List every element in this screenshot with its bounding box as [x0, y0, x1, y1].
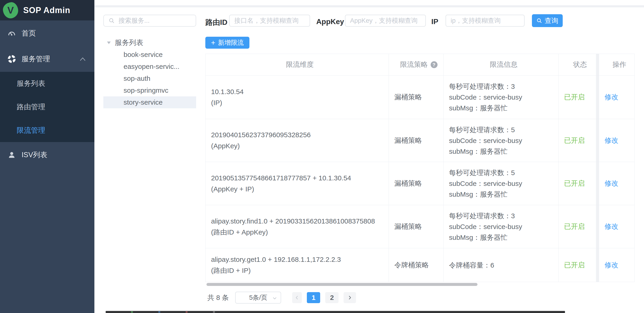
sidebar: V SOP Admin 首页 服务管理 服务列表 路 — [0, 0, 94, 313]
next-page-button[interactable] — [344, 292, 356, 303]
sidebar-item-limit-mgmt[interactable]: 限流管理 — [0, 119, 94, 142]
chevron-down-icon — [272, 296, 278, 301]
dock-strip — [106, 311, 565, 313]
appkey-label: AppKey — [316, 17, 344, 26]
chevron-right-icon — [347, 295, 352, 300]
cell-action: 修改 — [599, 248, 634, 282]
app-logo-icon: V — [2, 1, 19, 19]
add-limit-button-label: 新增限流 — [218, 38, 244, 47]
dock-dot — [131, 312, 133, 313]
edit-link[interactable]: 修改 — [604, 136, 634, 145]
cell-dimension: alipay.story.get1.0 + 192.168.1.1,172.2.… — [206, 248, 389, 282]
service-tree: book-service easyopen-servic... sop-auth… — [103, 49, 196, 108]
caret-down-icon[interactable] — [107, 41, 111, 44]
sidebar-item-home[interactable]: 首页 — [0, 20, 94, 46]
cell-dimension: 20190513577548661718777857 + 10.1.30.54 … — [206, 162, 389, 205]
sidebar-item-label: 路由管理 — [17, 102, 45, 112]
app-logo-bar: V SOP Admin — [0, 0, 94, 20]
cell-status: 已开启 — [558, 248, 596, 282]
add-limit-button[interactable]: + 新增限流 — [205, 37, 250, 49]
pagination-total: 共 8 条 — [208, 293, 229, 303]
cell-action: 修改 — [599, 205, 634, 248]
page-size-select[interactable]: 5条/页 — [235, 292, 281, 304]
dock-dot — [186, 312, 188, 313]
cell-dimension: 20190401562373796095328256 (AppKey) — [206, 119, 389, 162]
status-badge: 已开启 — [564, 222, 596, 231]
page-size-value: 5条/页 — [249, 293, 267, 302]
query-button[interactable]: 查询 — [532, 14, 563, 27]
cell-strategy: 漏桶策略 — [389, 205, 444, 248]
tree-item-sop-auth[interactable]: sop-auth — [103, 72, 196, 84]
table-row: 10.1.30.54 (IP) 漏桶策略 每秒可处理请求数：3 subCode：… — [206, 75, 634, 119]
tree-item-sop-springmvc[interactable]: sop-springmvc — [103, 84, 196, 96]
tree-item-book-service[interactable]: book-service — [103, 49, 196, 61]
plus-icon: + — [211, 39, 216, 46]
service-donut-icon — [8, 55, 16, 63]
route-id-label: 路由ID — [205, 17, 228, 27]
app-title: SOP Admin — [23, 5, 70, 15]
sidebar-item-service-list[interactable]: 服务列表 — [0, 72, 94, 95]
help-question-icon[interactable]: ? — [431, 61, 438, 68]
cell-info: 每秒可处理请求数：3 subCode：service-busy subMsg：服… — [444, 205, 558, 248]
appkey-input[interactable] — [345, 15, 426, 27]
cell-dimension: 10.1.30.54 (IP) — [206, 75, 389, 119]
sidebar-submenu-service: 服务列表 路由管理 限流管理 — [0, 72, 94, 142]
table-row: 20190401562373796095328256 (AppKey) 漏桶策略… — [206, 119, 634, 162]
sidebar-item-label: 限流管理 — [17, 125, 45, 135]
cell-strategy: 漏桶策略 — [389, 119, 444, 162]
cell-info: 令牌桶容量：6 — [444, 248, 558, 282]
dashboard-gauge-icon — [8, 29, 16, 37]
fixed-column-gap — [596, 205, 599, 248]
table-row: 20190513577548661718777857 + 10.1.30.54 … — [206, 162, 634, 205]
sidebar-item-label: 首页 — [22, 28, 36, 38]
route-id-input[interactable] — [229, 15, 310, 27]
tree-item-easyopen-service[interactable]: easyopen-servic... — [103, 61, 196, 72]
tree-root-service-list[interactable]: 服务列表 — [107, 37, 196, 49]
edit-link[interactable]: 修改 — [604, 179, 634, 188]
cell-strategy: 令牌桶策略 — [389, 248, 444, 282]
page-button-2[interactable]: 2 — [325, 292, 338, 303]
sidebar-menu: 首页 服务管理 服务列表 路由管理 限流管理 — [0, 20, 94, 168]
cell-status: 已开启 — [558, 162, 596, 205]
status-badge: 已开启 — [564, 261, 596, 270]
service-search-box — [103, 15, 196, 27]
user-icon — [8, 151, 16, 159]
fixed-column-gap — [596, 54, 599, 75]
cell-action: 修改 — [599, 162, 634, 205]
header-info: 限流信息 — [444, 54, 558, 75]
pagination: 共 8 条 5条/页 1 2 — [208, 292, 356, 304]
status-badge: 已开启 — [564, 92, 596, 102]
dock-dot — [213, 312, 215, 313]
sidebar-item-label: 服务管理 — [22, 54, 50, 64]
cell-dimension: alipay.story.find1.0 + 20190331562013861… — [206, 205, 389, 248]
tree-item-story-service[interactable]: story-service — [103, 96, 196, 108]
content-top-divider — [94, 5, 644, 7]
page-button-1[interactable]: 1 — [307, 292, 320, 303]
sidebar-item-route-mgmt[interactable]: 路由管理 — [0, 95, 94, 119]
chevron-left-icon — [294, 295, 300, 300]
horizontal-scrollbar[interactable] — [206, 283, 478, 286]
prev-page-button[interactable] — [292, 292, 302, 303]
cell-status: 已开启 — [558, 75, 596, 119]
edit-link[interactable]: 修改 — [604, 261, 634, 270]
service-search-input[interactable] — [118, 17, 186, 24]
sidebar-item-isv-list[interactable]: ISV列表 — [0, 142, 94, 168]
sidebar-item-label: ISV列表 — [22, 150, 47, 160]
table-row: alipay.story.find1.0 + 20190331562013861… — [206, 205, 634, 248]
cell-strategy: 漏桶策略 — [389, 75, 444, 119]
fixed-column-gap — [596, 162, 599, 205]
tree-root-label: 服务列表 — [115, 38, 143, 47]
chevron-up-icon — [79, 57, 86, 61]
edit-link[interactable]: 修改 — [604, 222, 634, 231]
cell-status: 已开启 — [558, 119, 596, 162]
cell-status: 已开启 — [558, 205, 596, 248]
ip-input[interactable] — [446, 15, 524, 27]
cell-info: 每秒可处理请求数：3 subCode：service-busy subMsg：服… — [444, 75, 558, 119]
sidebar-item-label: 服务列表 — [17, 79, 45, 88]
edit-link[interactable]: 修改 — [604, 92, 634, 102]
header-action: 操作 — [599, 54, 634, 75]
sidebar-item-service-mgmt[interactable]: 服务管理 — [0, 46, 94, 72]
header-strategy: 限流策略 ? — [389, 54, 444, 75]
table-row: alipay.story.get1.0 + 192.168.1.1,172.2.… — [206, 248, 634, 282]
cell-action: 修改 — [599, 75, 634, 119]
